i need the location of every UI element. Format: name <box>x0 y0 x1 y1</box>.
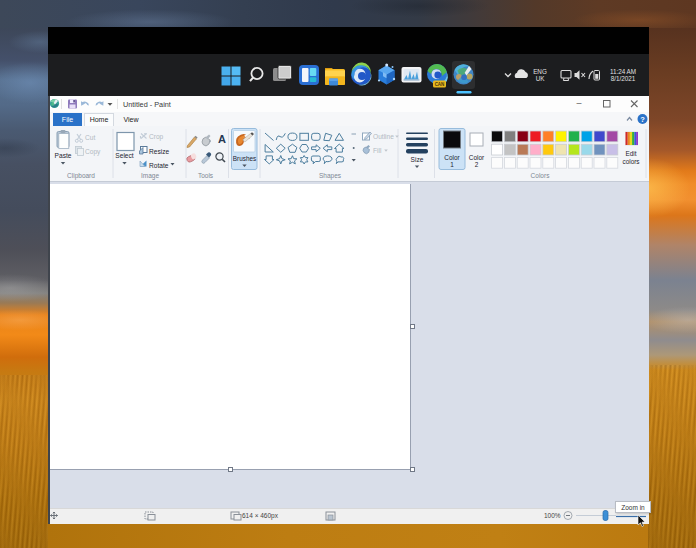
svg-text:100%: 100% <box>544 512 561 519</box>
svg-text:Color: Color <box>444 154 460 161</box>
svg-text:Color: Color <box>469 154 485 161</box>
svg-text:11:24 AM: 11:24 AM <box>610 68 636 75</box>
svg-text:?: ? <box>640 115 645 124</box>
svg-text:Tools: Tools <box>198 172 214 179</box>
svg-text:8/1/2021: 8/1/2021 <box>611 75 636 82</box>
svg-text:Cut: Cut <box>85 134 95 141</box>
svg-text:614 × 460px: 614 × 460px <box>242 512 279 520</box>
svg-text:A: A <box>218 133 226 145</box>
svg-text:Shapes: Shapes <box>319 172 342 180</box>
svg-text:Resize: Resize <box>149 148 169 155</box>
svg-text:Edit: Edit <box>625 150 636 157</box>
svg-text:Brushes: Brushes <box>233 155 256 162</box>
svg-text:Image: Image <box>141 172 159 180</box>
svg-text:UK: UK <box>536 75 546 82</box>
svg-text:Clipboard: Clipboard <box>67 172 95 180</box>
svg-text:Size: Size <box>411 156 424 163</box>
svg-text:–: – <box>576 98 581 108</box>
svg-text:CAN: CAN <box>435 82 445 87</box>
svg-text:Colors: Colors <box>531 172 551 179</box>
svg-text:1: 1 <box>450 161 454 168</box>
svg-text:Copy: Copy <box>85 148 101 156</box>
svg-text:Untitled - Paint: Untitled - Paint <box>123 100 171 109</box>
svg-text:Select: Select <box>115 152 133 159</box>
svg-text:Paste: Paste <box>55 152 72 159</box>
svg-text:ENG: ENG <box>533 68 547 75</box>
svg-text:2: 2 <box>475 161 479 168</box>
svg-text:Fill: Fill <box>373 147 382 154</box>
svg-text:Outline: Outline <box>373 133 394 140</box>
svg-text:colors: colors <box>622 158 639 165</box>
svg-text:Rotate: Rotate <box>149 162 169 169</box>
svg-text:Crop: Crop <box>149 133 164 141</box>
